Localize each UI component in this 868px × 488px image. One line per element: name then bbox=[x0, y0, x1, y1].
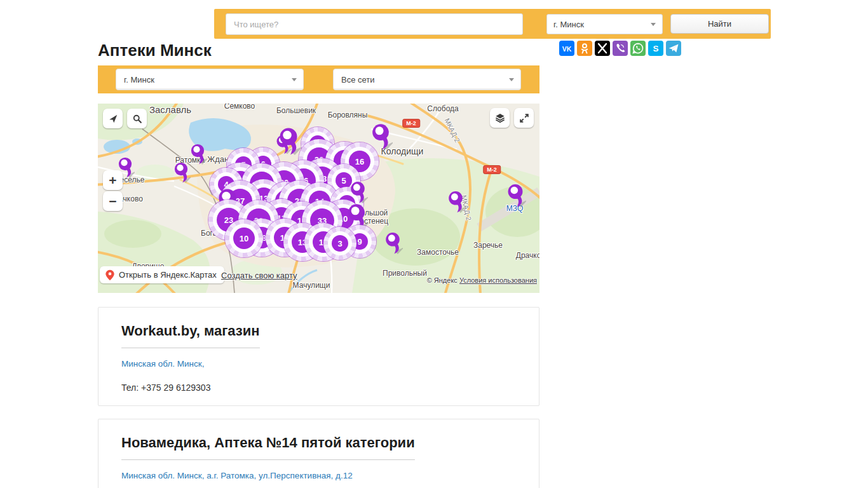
map-place-label: Слобода bbox=[427, 104, 458, 113]
page: { "header": { "search_placeholder": "Что… bbox=[0, 0, 868, 488]
map-place-label: Заречье bbox=[473, 241, 503, 250]
map-pin-marker[interactable] bbox=[445, 190, 466, 217]
search-icon bbox=[131, 112, 144, 125]
map-cluster-marker[interactable]: 3 bbox=[323, 227, 356, 260]
telegram-share-icon[interactable] bbox=[666, 41, 681, 56]
map-place-label: Драчково bbox=[516, 251, 539, 260]
svg-text:VK: VK bbox=[562, 45, 572, 53]
city-select-header-value: г. Минск bbox=[553, 20, 584, 29]
chevron-down-icon bbox=[651, 23, 656, 26]
pharmacy-card-title: Workaut.by, магазин bbox=[121, 323, 260, 348]
pharmacy-card-address-link[interactable]: Минская обл. Минск, а.г. Ратомка, ул.Пер… bbox=[121, 471, 516, 480]
minus-icon: − bbox=[109, 194, 116, 208]
search-input[interactable] bbox=[226, 13, 523, 35]
pharmacy-card-phone: Тел: +375 29 6129303 bbox=[121, 383, 516, 393]
map-place-label: Заславль bbox=[149, 104, 191, 115]
fullscreen-button[interactable] bbox=[514, 108, 534, 128]
fullscreen-icon bbox=[518, 112, 531, 125]
map-pin-marker[interactable] bbox=[172, 161, 191, 187]
layers-icon bbox=[494, 112, 506, 125]
map-pin-marker[interactable] bbox=[116, 156, 135, 182]
yandex-pin-icon bbox=[105, 269, 115, 281]
road-badge: М-2 bbox=[402, 119, 420, 128]
terms-of-use-link[interactable]: Условия использования bbox=[459, 276, 537, 284]
map-copyright: © Яндекс Условия использования bbox=[427, 276, 537, 284]
svg-text:S: S bbox=[653, 44, 658, 53]
map-search-button[interactable] bbox=[127, 109, 147, 128]
layers-button[interactable] bbox=[490, 108, 510, 128]
open-in-yandex-maps-label: Открыть в Яндекс.Картах bbox=[119, 270, 217, 280]
skype-share-icon[interactable]: S bbox=[648, 41, 663, 56]
social-share-row: VKS bbox=[559, 41, 681, 56]
map-place-label: Сёмково bbox=[224, 104, 255, 111]
yandex-copyright-text: © Яндекс bbox=[427, 276, 459, 284]
odnoklassniki-share-icon[interactable] bbox=[577, 41, 592, 56]
vk-share-icon[interactable]: VK bbox=[559, 41, 574, 56]
road-badge: М-2 bbox=[483, 165, 501, 174]
x-twitter-share-icon[interactable] bbox=[595, 41, 610, 56]
search-panel: г. Минск Найти bbox=[214, 9, 771, 39]
map-pin-marker[interactable] bbox=[188, 143, 207, 168]
geolocation-icon bbox=[107, 112, 119, 125]
pharmacy-card: Workaut.by, магазин Минская обл. Минск, … bbox=[98, 307, 539, 406]
city-filter-value: г. Минск bbox=[124, 75, 154, 85]
city-filter-select[interactable]: г. Минск bbox=[116, 69, 304, 90]
map-place-label: Мачулищи bbox=[293, 281, 330, 290]
pharmacy-card-title: Новамедика, Аптека №14 пятой категории bbox=[121, 435, 415, 460]
map-cluster-marker[interactable]: 10 bbox=[225, 219, 263, 257]
pharmacy-card: Новамедика, Аптека №14 пятой категории М… bbox=[98, 419, 539, 488]
find-button[interactable]: Найти bbox=[670, 14, 769, 34]
filter-bar: г. Минск Все сети bbox=[98, 65, 539, 93]
viber-share-icon[interactable] bbox=[613, 41, 628, 56]
chevron-down-icon bbox=[509, 78, 514, 81]
create-own-map-link[interactable]: Создать свою карту bbox=[221, 271, 297, 280]
city-select-header[interactable]: г. Минск bbox=[546, 14, 663, 34]
map-pin-marker[interactable] bbox=[276, 126, 301, 159]
chevron-down-icon bbox=[292, 78, 297, 81]
map-place-label: Большевик bbox=[276, 106, 316, 115]
page-title: Аптеки Минск bbox=[98, 41, 212, 60]
map-pin-marker[interactable] bbox=[505, 183, 526, 212]
open-in-yandex-maps-button[interactable]: Открыть в Яндекс.Картах bbox=[100, 266, 224, 283]
map-place-label: Замосточье bbox=[417, 248, 459, 257]
geolocation-button[interactable] bbox=[103, 109, 123, 128]
cluster-count: 3 bbox=[332, 235, 348, 252]
map-place-label: Привольный bbox=[383, 269, 427, 278]
network-filter-select[interactable]: Все сети bbox=[333, 69, 521, 90]
map-pin-marker[interactable] bbox=[383, 231, 403, 258]
network-filter-value: Все сети bbox=[341, 75, 375, 85]
cluster-count: 10 bbox=[233, 227, 255, 249]
map-place-label: Боровляны bbox=[328, 111, 368, 119]
zoom-out-button[interactable]: − bbox=[103, 191, 123, 211]
map-markers[interactable]: + − Открыть в Яндекс.Картах Создать свою… bbox=[98, 104, 539, 293]
whatsapp-share-icon[interactable] bbox=[630, 41, 646, 56]
pharmacy-card-address-link[interactable]: Минская обл. Минск, bbox=[121, 359, 516, 369]
